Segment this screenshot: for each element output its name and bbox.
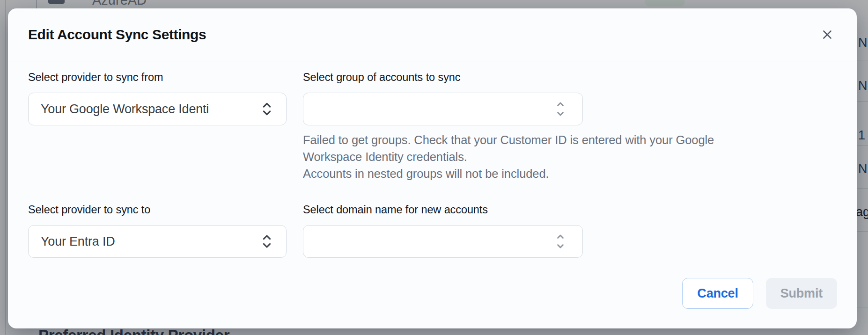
group-accounts-help: Failed to get groups. Check that your Cu…	[303, 131, 799, 182]
domain-name-label: Select domain name for new accounts	[303, 203, 799, 217]
edit-account-sync-settings-dialog: Edit Account Sync Settings Select provid…	[8, 8, 857, 328]
field-provider-from: Select provider to sync from Your Google…	[28, 70, 287, 182]
dialog-title: Edit Account Sync Settings	[28, 27, 206, 43]
chevrons-up-down-icon	[554, 100, 566, 118]
cancel-button[interactable]: Cancel	[682, 278, 753, 309]
group-accounts-error: Failed to get groups. Check that your Cu…	[303, 131, 799, 165]
provider-from-label: Select provider to sync from	[28, 70, 287, 84]
domain-name-select[interactable]	[303, 225, 583, 258]
provider-to-label: Select provider to sync to	[28, 203, 287, 217]
dialog-body: Select provider to sync from Your Google…	[8, 61, 857, 278]
provider-to-select[interactable]: Your Entra ID	[28, 225, 287, 258]
group-accounts-note: Accounts in nested groups will not be in…	[303, 165, 799, 182]
group-accounts-label: Select group of accounts to sync	[303, 70, 799, 84]
form-row-1: Select provider to sync from Your Google…	[28, 70, 837, 182]
form-row-2: Select provider to sync to Your Entra ID…	[28, 203, 837, 258]
submit-button[interactable]: Submit	[766, 278, 837, 309]
field-group-accounts: Select group of accounts to sync Failed …	[303, 70, 799, 182]
provider-from-value: Your Google Workspace Identi	[41, 102, 254, 117]
field-provider-to: Select provider to sync to Your Entra ID	[28, 203, 287, 258]
chevrons-up-down-icon	[260, 233, 274, 250]
x-icon	[821, 29, 833, 41]
provider-from-select[interactable]: Your Google Workspace Identi	[28, 93, 287, 125]
provider-to-value: Your Entra ID	[41, 234, 254, 249]
close-button[interactable]	[819, 27, 835, 43]
dialog-footer: Cancel Submit	[8, 278, 857, 328]
chevrons-up-down-icon	[260, 101, 274, 117]
group-accounts-select[interactable]	[303, 93, 583, 125]
field-domain-name: Select domain name for new accounts	[303, 203, 799, 258]
chevrons-up-down-icon	[554, 232, 566, 251]
dialog-header: Edit Account Sync Settings	[8, 8, 857, 61]
